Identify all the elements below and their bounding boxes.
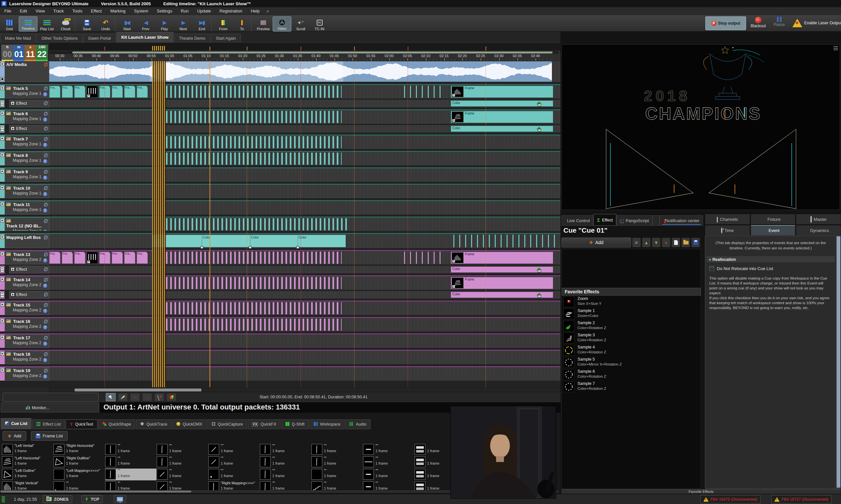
collapse-button[interactable]: − — [0, 126, 4, 130]
menu-run[interactable]: Run — [176, 8, 193, 14]
track-play-button[interactable] — [0, 169, 4, 173]
tcp-button[interactable]: TCP — [82, 495, 103, 503]
mute-icon[interactable]: ∅ — [44, 126, 48, 131]
show-tab-theatre-demo[interactable]: Theatre Demo — [174, 34, 210, 42]
track-play-button[interactable] — [0, 86, 4, 90]
mute-icon[interactable]: ∅ — [44, 218, 48, 224]
tab-audio[interactable]: Audio — [345, 419, 371, 429]
mute-icon[interactable]: ∅ — [44, 235, 48, 240]
pointer-tool[interactable] — [106, 393, 116, 401]
mute-icon[interactable]: ∅ — [44, 101, 48, 106]
track-header[interactable]: Track 8∅Mapping Zone 1! — [0, 152, 49, 165]
sparse-event-block[interactable] — [404, 252, 445, 264]
event-panel-scroll-thumb[interactable] — [837, 236, 840, 488]
tab-workspace[interactable]: Workspace — [309, 419, 345, 429]
track-header[interactable]: −Track 6∅Mapping Zone 1! — [0, 110, 49, 124]
track-content[interactable] — [49, 367, 561, 381]
track-header[interactable]: Track 15∅Mapping Zone 2! — [0, 302, 49, 315]
track-content[interactable] — [49, 335, 561, 348]
favorite-effect-item[interactable]: Sample 2Color+Rotation Z — [562, 320, 701, 332]
timeline-button[interactable]: Timeline — [19, 16, 37, 32]
tab-effect-list[interactable]: Effect List — [32, 419, 65, 429]
monitor-button[interactable]: Monitor... — [1, 402, 99, 412]
add-effect-button[interactable]: + Add — [562, 237, 631, 247]
track-content[interactable]: +Frame — [49, 276, 561, 290]
cue-cell[interactable]: ""1 frame — [311, 469, 363, 480]
menu-help[interactable]: Help — [246, 8, 264, 14]
track-content[interactable]: Color✚ — [49, 125, 561, 132]
mute-icon[interactable]: ∅ — [44, 335, 48, 341]
frame-event[interactable]: Fra.. — [124, 252, 135, 264]
event-stripe-block[interactable] — [166, 319, 342, 331]
show-tab-make-me-mad[interactable]: Make Me Mad — [0, 34, 36, 42]
tab-quicktext[interactable]: TQuickText — [66, 419, 98, 429]
magnet-tool[interactable]: ∩ — [130, 393, 140, 401]
collapse-button[interactable]: − — [0, 101, 4, 104]
cue-cell[interactable]: "Right Outlline"1 frame — [54, 456, 105, 468]
menu-system[interactable]: System — [130, 8, 152, 14]
track-play-button[interactable] — [0, 235, 4, 239]
do-not-relocate-checkbox[interactable] — [709, 266, 714, 271]
favorite-effect-item[interactable]: Sample 1Zoom+Color — [562, 308, 701, 320]
blackout-button[interactable]: − Blackout — [751, 17, 766, 28]
track-content[interactable] — [49, 168, 561, 182]
event-stripe-block[interactable] — [166, 136, 342, 148]
mute-icon[interactable]: ∅ — [44, 111, 48, 117]
timeline-marker[interactable] — [104, 47, 105, 51]
menu-update[interactable]: Update — [193, 8, 215, 14]
keyframe-handle[interactable] — [538, 129, 541, 131]
fb4-status-0[interactable]: FB4 15473 (Disconnected) — [700, 495, 760, 503]
cue-cell[interactable]: ""1 frame — [363, 456, 414, 468]
preview-button[interactable]: Preview — [254, 16, 273, 32]
show-tab-gwen-portal[interactable]: Gwen Portal — [83, 34, 116, 42]
fb4-status-1[interactable]: FB4 18727 (Disconnected) — [771, 495, 831, 503]
track-header[interactable]: A/V Media∅ — [0, 61, 49, 82]
end-button[interactable]: ▶▮End — [192, 16, 211, 32]
timeline-marker[interactable] — [210, 47, 210, 51]
track-play-button[interactable] — [0, 202, 4, 206]
track-header[interactable]: Track 7∅Mapping Zone 1! — [0, 136, 49, 149]
video-button[interactable]: Video — [273, 16, 291, 32]
tab-quicktrace[interactable]: QuickTrace — [136, 419, 171, 429]
keyframe-handle[interactable] — [538, 104, 541, 106]
tab-channels[interactable]: Channels — [705, 214, 750, 224]
track-header[interactable]: −Track 14∅Mapping Zone 2! — [0, 276, 49, 290]
track-content[interactable] — [49, 185, 561, 198]
track-content[interactable] — [49, 136, 561, 149]
favorite-effect-item[interactable]: Sample 7Color+Rotation Z — [562, 381, 701, 393]
cue-cell[interactable]: ""1 frame — [260, 456, 311, 468]
event-stripe-block[interactable] — [166, 218, 347, 230]
undo-button[interactable]: ↶Undo — [96, 16, 115, 32]
magnet-small-tool[interactable]: ∩ — [142, 393, 152, 401]
menu-search-icon[interactable]: ⌕ — [264, 8, 272, 14]
mute-icon[interactable]: ∅ — [44, 152, 48, 159]
keyframe-handle[interactable] — [296, 246, 299, 249]
mute-icon[interactable]: ∅ — [44, 169, 48, 175]
save-effect-button[interactable] — [691, 237, 700, 247]
mute-icon[interactable]: ∅ — [44, 86, 48, 92]
tab-quickcapture[interactable]: QuickCapture — [207, 419, 247, 429]
track-header[interactable]: Track 10∅Mapping Zone 1! — [0, 185, 49, 198]
mute-icon[interactable]: ∅ — [44, 136, 48, 142]
keyframe-handle[interactable] — [538, 295, 541, 298]
add-cue-button[interactable]: + Add — [3, 431, 26, 441]
track-header[interactable]: Track 12 (NO BL..∅Mapping Zone 1! — [0, 218, 49, 231]
track-content[interactable] — [49, 152, 561, 165]
cue-cell[interactable]: ""1 frame — [311, 444, 363, 455]
play-button[interactable]: ▶Play — [155, 16, 174, 32]
show-tab-start-again[interactable]: Start Again — [211, 34, 241, 42]
track-play-button[interactable] — [0, 62, 4, 66]
do-not-relocate-row[interactable]: Do Not Relocate into Cue List — [709, 266, 773, 271]
pause-button[interactable]: Pause — [774, 17, 785, 27]
new-effect-button[interactable] — [671, 237, 680, 247]
frame-event[interactable]: Fra.. — [74, 252, 85, 264]
cue-cell[interactable]: ""1 frame — [105, 444, 156, 455]
tc-in-button[interactable]: 01TC-IN — [310, 16, 329, 32]
cue-cell[interactable]: "Left Vertial"1 frame — [2, 444, 53, 455]
menu-edit[interactable]: Edit — [15, 8, 31, 14]
from-button[interactable]: From — [214, 16, 233, 32]
event-stripe-block[interactable] — [166, 302, 342, 314]
cue-cell[interactable]: "Left Outline"1 frame — [2, 469, 53, 480]
tab-quickfx[interactable]: FXQuickFX — [248, 419, 280, 429]
scroll-button[interactable]: Scroll — [291, 16, 310, 32]
